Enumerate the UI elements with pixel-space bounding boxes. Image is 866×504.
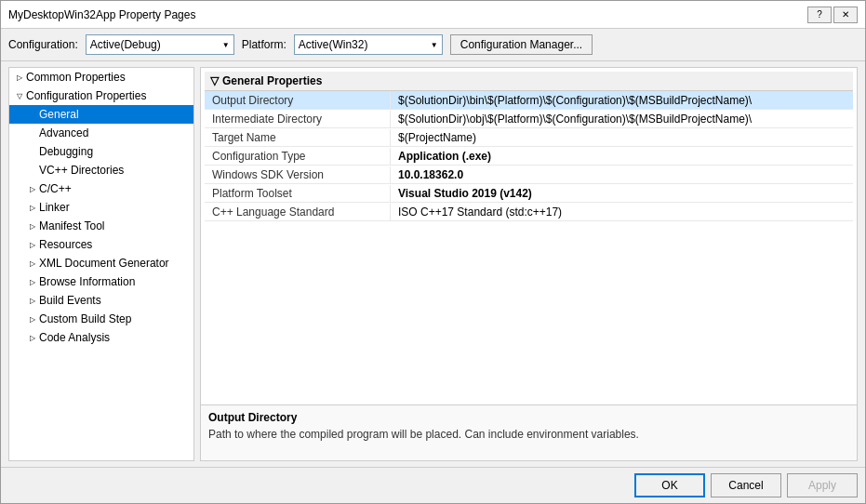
prop-value-6: ISO C++17 Standard (std:c++17) [391, 204, 853, 220]
prop-name-2: Target Name [205, 129, 391, 146]
prop-value-1: $(SolutionDir)\obj\$(Platform)\$(Configu… [391, 111, 853, 127]
prop-name-1: Intermediate Directory [205, 111, 391, 127]
expand-icon-manifest-tool[interactable]: ▷ [26, 222, 39, 231]
prop-name-5: Platform Toolset [205, 185, 391, 202]
apply-button[interactable]: Apply [787, 473, 858, 497]
prop-name-6: C++ Language Standard [205, 204, 391, 220]
section-collapse-icon[interactable]: ▽ [210, 74, 219, 87]
expand-icon-c-cpp[interactable]: ▷ [26, 185, 39, 193]
info-text: Path to where the compiled program will … [208, 428, 849, 441]
tree-label-browse-information: Browse Information [39, 275, 135, 288]
config-label: Configuration: [8, 38, 78, 51]
close-button[interactable]: ✕ [833, 7, 858, 23]
title-bar-left: MyDesktopWin32App Property Pages [8, 8, 195, 21]
bottom-bar: OK Cancel Apply [1, 467, 865, 503]
right-panel: ▽General PropertiesOutput Directory$(Sol… [200, 67, 858, 461]
expand-icon-build-events[interactable]: ▷ [26, 297, 39, 305]
config-dropdown-arrow: ▼ [222, 41, 230, 49]
expand-icon-linker[interactable]: ▷ [26, 204, 39, 212]
tree-label-code-analysis: Code Analysis [39, 331, 110, 344]
tree-label-debugging: Debugging [39, 145, 93, 158]
tree-label-general: General [39, 108, 79, 121]
prop-row-6[interactable]: C++ Language StandardISO C++17 Standard … [205, 203, 853, 221]
section-header: ▽General Properties [205, 72, 853, 91]
info-title: Output Directory [208, 411, 849, 424]
tree-item-common-properties[interactable]: ▷Common Properties [9, 68, 193, 86]
tree-item-general[interactable]: General [9, 105, 193, 124]
tree-item-manifest-tool[interactable]: ▷Manifest Tool [9, 217, 193, 235]
prop-name-3: Configuration Type [205, 148, 391, 165]
prop-row-3[interactable]: Configuration TypeApplication (.exe) [205, 147, 853, 166]
expand-icon-custom-build-step[interactable]: ▷ [26, 315, 39, 324]
config-bar: Configuration: Active(Debug) ▼ Platform:… [1, 29, 865, 61]
tree-item-build-events[interactable]: ▷Build Events [9, 291, 193, 310]
dialog-title: MyDesktopWin32App Property Pages [8, 8, 195, 21]
expand-icon-browse-information[interactable]: ▷ [26, 278, 39, 286]
tree-label-build-events: Build Events [39, 294, 101, 307]
platform-value: Active(Win32) [299, 38, 368, 51]
expand-icon-resources[interactable]: ▷ [26, 241, 39, 249]
tree-item-debugging[interactable]: Debugging [9, 142, 193, 161]
expand-icon-code-analysis[interactable]: ▷ [26, 334, 39, 342]
tree-item-custom-build-step[interactable]: ▷Custom Build Step [9, 310, 193, 328]
platform-dropdown-arrow: ▼ [431, 41, 438, 49]
main-content: ▷Common Properties▽Configuration Propert… [1, 61, 865, 467]
prop-row-5[interactable]: Platform ToolsetVisual Studio 2019 (v142… [205, 184, 853, 203]
configuration-manager-button[interactable]: Configuration Manager... [450, 34, 593, 55]
prop-name-0: Output Directory [205, 92, 391, 109]
tree-label-linker: Linker [39, 201, 70, 214]
tree-label-resources: Resources [39, 238, 92, 251]
tree-item-code-analysis[interactable]: ▷Code Analysis [9, 328, 193, 347]
properties-grid: ▽General PropertiesOutput Directory$(Sol… [201, 68, 857, 405]
expand-icon-xml-document[interactable]: ▷ [26, 259, 39, 268]
tree-label-advanced: Advanced [39, 126, 88, 139]
ok-button[interactable]: OK [634, 473, 705, 497]
tree-label-configuration-properties: Configuration Properties [26, 89, 146, 102]
prop-value-2: $(ProjectName) [391, 129, 853, 146]
prop-row-4[interactable]: Windows SDK Version10.0.18362.0 [205, 166, 853, 184]
prop-value-3: Application (.exe) [391, 148, 853, 165]
platform-dropdown[interactable]: Active(Win32) ▼ [294, 34, 443, 55]
tree-label-manifest-tool: Manifest Tool [39, 219, 104, 232]
tree-label-vc-directories: VC++ Directories [39, 164, 124, 177]
section-title: General Properties [222, 74, 322, 87]
platform-label: Platform: [242, 38, 286, 51]
tree-item-advanced[interactable]: Advanced [9, 124, 193, 142]
tree-label-custom-build-step: Custom Build Step [39, 312, 131, 325]
info-panel: Output Directory Path to where the compi… [201, 405, 857, 460]
prop-row-2[interactable]: Target Name$(ProjectName) [205, 128, 853, 147]
expand-icon-common-properties[interactable]: ▷ [13, 73, 26, 82]
tree-item-xml-document[interactable]: ▷XML Document Generator [9, 254, 193, 272]
tree-item-vc-directories[interactable]: VC++ Directories [9, 161, 193, 179]
tree-label-c-cpp: C/C++ [39, 182, 72, 195]
title-bar-buttons: ? ✕ [807, 7, 858, 23]
tree-label-xml-document: XML Document Generator [39, 257, 169, 270]
prop-value-0: $(SolutionDir)\bin\$(Platform)\$(Configu… [391, 92, 853, 109]
tree-item-c-cpp[interactable]: ▷C/C++ [9, 179, 193, 198]
config-value: Active(Debug) [90, 38, 161, 51]
tree-label-common-properties: Common Properties [26, 71, 126, 84]
cancel-button[interactable]: Cancel [711, 473, 781, 497]
expand-icon-configuration-properties[interactable]: ▽ [13, 92, 26, 100]
prop-name-4: Windows SDK Version [205, 166, 391, 183]
left-panel: ▷Common Properties▽Configuration Propert… [8, 67, 194, 461]
tree-item-linker[interactable]: ▷Linker [9, 198, 193, 217]
prop-row-1[interactable]: Intermediate Directory$(SolutionDir)\obj… [205, 110, 853, 128]
tree-item-resources[interactable]: ▷Resources [9, 235, 193, 254]
config-dropdown[interactable]: Active(Debug) ▼ [86, 34, 234, 55]
prop-value-5: Visual Studio 2019 (v142) [391, 185, 853, 202]
tree-item-browse-information[interactable]: ▷Browse Information [9, 272, 193, 291]
prop-row-0[interactable]: Output Directory$(SolutionDir)\bin\$(Pla… [205, 91, 853, 110]
tree-item-configuration-properties[interactable]: ▽Configuration Properties [9, 86, 193, 105]
prop-value-4: 10.0.18362.0 [391, 166, 853, 183]
help-button[interactable]: ? [807, 7, 832, 23]
